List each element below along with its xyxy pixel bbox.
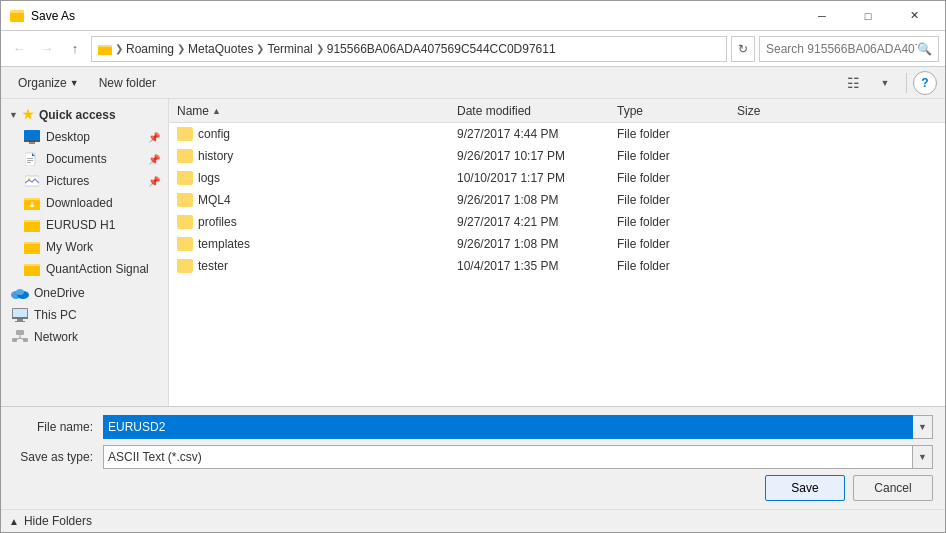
- breadcrumb-guid[interactable]: 915566BA06ADA407569C544CC0D97611: [327, 42, 556, 56]
- svg-rect-12: [27, 162, 31, 163]
- svg-rect-11: [27, 160, 33, 161]
- column-headers: Name ▲ Date modified Type Size: [169, 99, 945, 123]
- file-name-input[interactable]: [103, 415, 913, 439]
- file-date: 9/26/2017 1:08 PM: [457, 237, 617, 251]
- sidebar-item-network[interactable]: Network: [1, 326, 168, 348]
- file-name-dropdown-button[interactable]: ▼: [913, 415, 933, 439]
- sidebar: ▼ ★ Quick access Desktop 📌: [1, 99, 169, 406]
- new-folder-button[interactable]: New folder: [90, 71, 165, 95]
- svg-rect-20: [24, 220, 30, 222]
- desktop-icon: [23, 129, 41, 145]
- table-row[interactable]: profiles 9/27/2017 4:21 PM File folder: [169, 211, 945, 233]
- breadcrumb-folder-icon: [98, 43, 112, 55]
- save-button[interactable]: Save: [765, 475, 845, 501]
- file-list: config 9/27/2017 4:44 PM File folder his…: [169, 123, 945, 406]
- view-button[interactable]: ☷: [838, 71, 868, 95]
- svg-rect-22: [24, 244, 40, 254]
- col-type-label: Type: [617, 104, 643, 118]
- sidebar-item-desktop[interactable]: Desktop 📌: [1, 126, 168, 148]
- sidebar-item-this-pc[interactable]: This PC: [1, 304, 168, 326]
- view-dropdown-button[interactable]: ▼: [870, 71, 900, 95]
- sidebar-item-this-pc-label: This PC: [34, 308, 77, 322]
- sidebar-item-my-work-label: My Work: [46, 240, 93, 254]
- hide-folders-row[interactable]: ▲ Hide Folders: [1, 509, 945, 532]
- sidebar-item-onedrive[interactable]: OneDrive: [1, 282, 168, 304]
- help-button[interactable]: ?: [913, 71, 937, 95]
- minimize-button[interactable]: ─: [799, 1, 845, 31]
- table-row[interactable]: MQL4 9/26/2017 1:08 PM File folder: [169, 189, 945, 211]
- search-icon: 🔍: [917, 42, 932, 56]
- sidebar-item-quantaction-label: QuantAction Signal: [46, 262, 149, 276]
- col-type-header[interactable]: Type: [617, 104, 737, 118]
- file-date: 9/27/2017 4:21 PM: [457, 215, 617, 229]
- folder-icon: [177, 149, 193, 163]
- sidebar-item-network-label: Network: [34, 330, 78, 344]
- close-button[interactable]: ✕: [891, 1, 937, 31]
- breadcrumb-roaming[interactable]: Roaming: [126, 42, 174, 56]
- file-name-row: File name: ▼: [13, 415, 933, 439]
- folder-icon: [177, 171, 193, 185]
- svg-rect-33: [17, 319, 23, 321]
- save-as-type-label: Save as type:: [13, 450, 103, 464]
- file-name: templates: [198, 237, 250, 251]
- file-name-cell: history: [177, 149, 457, 163]
- svg-rect-8: [29, 142, 35, 144]
- refresh-button[interactable]: ↻: [731, 36, 755, 62]
- file-type: File folder: [617, 259, 737, 273]
- quick-access-section: ▼ ★ Quick access Desktop 📌: [1, 103, 168, 280]
- breadcrumb-metaquotes[interactable]: MetaQuotes: [188, 42, 253, 56]
- file-name-cell: config: [177, 127, 457, 141]
- table-row[interactable]: templates 9/26/2017 1:08 PM File folder: [169, 233, 945, 255]
- table-row[interactable]: history 9/26/2017 10:17 PM File folder: [169, 145, 945, 167]
- cancel-button[interactable]: Cancel: [853, 475, 933, 501]
- organize-button[interactable]: Organize ▼: [9, 71, 88, 95]
- hide-folders-label: Hide Folders: [24, 514, 92, 528]
- search-input[interactable]: [766, 42, 917, 56]
- hide-folders-chevron-icon: ▲: [9, 516, 19, 527]
- sidebar-item-quantaction[interactable]: QuantAction Signal: [1, 258, 168, 280]
- quick-access-header[interactable]: ▼ ★ Quick access: [1, 103, 168, 126]
- network-icon: [11, 329, 29, 345]
- back-button[interactable]: ←: [7, 37, 31, 61]
- svg-rect-17: [24, 198, 30, 200]
- table-row[interactable]: config 9/27/2017 4:44 PM File folder: [169, 123, 945, 145]
- sidebar-item-documents[interactable]: Documents 📌: [1, 148, 168, 170]
- search-box[interactable]: 🔍: [759, 36, 939, 62]
- maximize-button[interactable]: □: [845, 1, 891, 31]
- sidebar-item-downloaded[interactable]: Downloaded: [1, 192, 168, 214]
- svg-rect-7: [24, 140, 40, 142]
- col-name-header[interactable]: Name ▲: [177, 104, 457, 118]
- svg-rect-35: [16, 330, 24, 335]
- table-row[interactable]: tester 10/4/2017 1:35 PM File folder: [169, 255, 945, 277]
- svg-rect-6: [24, 130, 40, 141]
- window-controls: ─ □ ✕: [799, 1, 937, 31]
- folder-icon: [177, 127, 193, 141]
- folder-icon: [177, 215, 193, 229]
- title-icon: [9, 8, 25, 24]
- file-name: tester: [198, 259, 228, 273]
- save-as-type-input[interactable]: [103, 445, 913, 469]
- file-name-cell: templates: [177, 237, 457, 251]
- svg-rect-31: [13, 309, 27, 317]
- table-row[interactable]: logs 10/10/2017 1:17 PM File folder: [169, 167, 945, 189]
- col-size-header[interactable]: Size: [737, 104, 817, 118]
- sidebar-item-eurusd-h1[interactable]: EURUSD H1: [1, 214, 168, 236]
- file-name-cell: tester: [177, 259, 457, 273]
- col-date-header[interactable]: Date modified: [457, 104, 617, 118]
- breadcrumb-terminal[interactable]: Terminal: [267, 42, 312, 56]
- svg-rect-25: [24, 266, 40, 276]
- file-name: config: [198, 127, 230, 141]
- sidebar-item-pictures[interactable]: Pictures 📌: [1, 170, 168, 192]
- file-type: File folder: [617, 127, 737, 141]
- sidebar-item-my-work[interactable]: My Work: [1, 236, 168, 258]
- forward-button[interactable]: →: [35, 37, 59, 61]
- title-bar: Save As ─ □ ✕: [1, 1, 945, 31]
- svg-rect-26: [24, 264, 30, 266]
- breadcrumb-bar[interactable]: ❯ Roaming ❯ MetaQuotes ❯ Terminal ❯ 9155…: [91, 36, 727, 62]
- file-name: history: [198, 149, 233, 163]
- save-as-type-dropdown-button[interactable]: ▼: [913, 445, 933, 469]
- up-button[interactable]: ↑: [63, 37, 87, 61]
- quantaction-folder-icon: [23, 261, 41, 277]
- svg-rect-4: [98, 47, 112, 55]
- dialog: Save As ─ □ ✕ ← → ↑ ❯ Roaming ❯ MetaQuot…: [0, 0, 946, 533]
